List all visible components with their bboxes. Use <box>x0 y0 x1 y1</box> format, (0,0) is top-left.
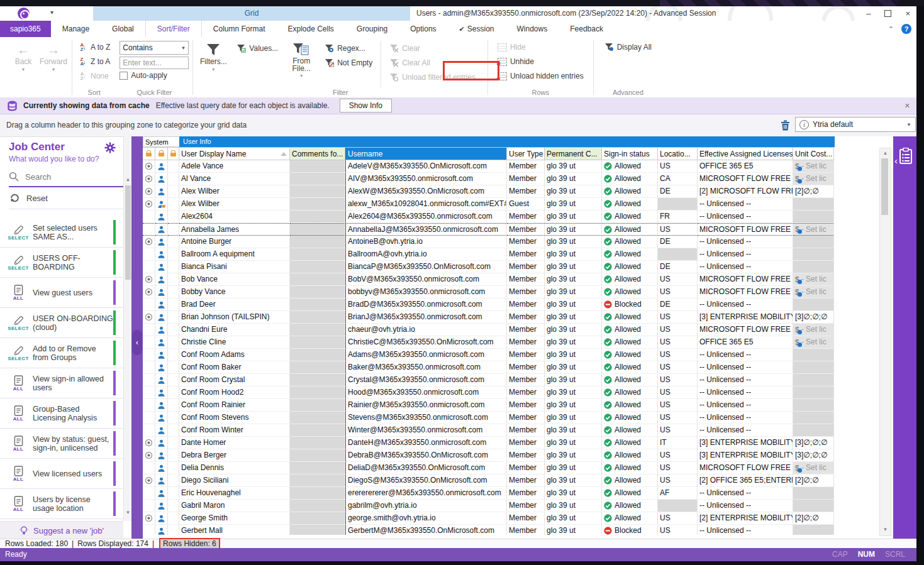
cell-unit-cost[interactable]: [2]∅;∅ <box>793 512 834 525</box>
cell-username[interactable]: BradD@M365x393550.onmicrosoft.com <box>345 299 507 311</box>
cell-location[interactable]: US <box>658 374 698 387</box>
expand-right-panel-handle[interactable]: ‹ <box>894 155 898 166</box>
table-row[interactable]: Conf Room Hood2Hood@M365x393550.onmicros… <box>143 387 835 399</box>
cell-display-name[interactable]: Conf Room Baker <box>179 361 290 374</box>
cell-location[interactable]: CA <box>658 173 698 185</box>
cell-location[interactable]: US <box>658 449 698 462</box>
cell-unit-cost[interactable] <box>793 211 834 223</box>
cell-user-type[interactable]: Member <box>507 525 545 535</box>
cell-display-name[interactable]: Christie Cline <box>179 336 290 349</box>
collapse-ribbon-icon[interactable]: ⌃ <box>888 25 894 33</box>
cell-comments[interactable] <box>290 185 345 198</box>
table-row[interactable]: Brian Johnson (TAILSPIN)BrianJ@M365x3935… <box>143 311 835 324</box>
cell-user-icon[interactable] <box>155 273 168 286</box>
cell-location[interactable]: US <box>658 525 698 535</box>
cell-comments[interactable] <box>290 324 345 336</box>
cell-licenses[interactable]: MICROSOFT FLOW FREE <box>698 223 793 236</box>
cell-system-extra[interactable] <box>168 349 179 361</box>
cell-permanent[interactable]: glo 39 ut <box>545 223 602 236</box>
cell-username[interactable]: BobV@M365x393550.onmicrosoft.com <box>345 273 507 286</box>
table-row[interactable]: Debra BergerDebraB@M365x393550.OnMicroso… <box>143 449 835 462</box>
cell-comments[interactable] <box>290 261 345 273</box>
cell-permanent[interactable]: glo 39 ut <box>545 399 602 412</box>
cell-comments[interactable] <box>290 399 345 412</box>
column-header-perm[interactable]: Permanent C... <box>545 147 602 160</box>
cell-user-type[interactable]: Member <box>507 160 545 173</box>
cell-unit-cost[interactable]: [3]∅;∅;∅ <box>793 311 834 324</box>
band-system[interactable]: System <box>143 136 179 147</box>
table-row[interactable]: Delia DennisDeliaD@M365x393550.OnMicroso… <box>143 462 835 474</box>
cell-unit-cost[interactable] <box>793 525 834 535</box>
table-row[interactable]: Christie ClineChristieC@M365x393550.OnMi… <box>143 336 835 349</box>
cell-licenses[interactable]: [3] ENTERPRISE MOBILITY + <box>698 449 793 462</box>
cell-user-type[interactable]: Member <box>507 273 545 286</box>
cell-user-icon[interactable] <box>155 236 168 248</box>
tab-sort-filter[interactable]: Sort/Filter <box>145 21 202 37</box>
cell-user-icon[interactable] <box>155 336 168 349</box>
cell-signin-status[interactable]: Allowed <box>602 185 658 198</box>
gear-icon[interactable] <box>104 142 116 153</box>
cell-comments[interactable] <box>290 336 345 349</box>
table-row[interactable]: Antoine BurgerAntoineB@ovh.ytria.ioMembe… <box>143 236 835 248</box>
cell-location[interactable]: FR <box>658 211 698 223</box>
cell-permanent[interactable]: glo 39 ut <box>545 299 602 311</box>
cell-username[interactable]: BiancaP@M365x393550.OnMicrosoft.com <box>345 261 507 273</box>
cell-comments[interactable] <box>290 211 345 223</box>
cell-system-extra[interactable] <box>168 412 179 424</box>
show-info-button[interactable]: Show Info <box>340 99 392 112</box>
cell-user-type[interactable]: Guest <box>507 198 545 211</box>
cell-display-name[interactable]: Bobby Vance <box>179 286 290 299</box>
cell-display-name[interactable]: Al Vance <box>179 173 290 185</box>
table-row[interactable]: Conf Room CrystalCrystal@M365x393550.onm… <box>143 374 835 387</box>
cell-query-date[interactable] <box>143 500 155 512</box>
cell-username[interactable]: DiegoS@M365x393550.OnMicrosoft.com <box>345 474 507 487</box>
cell-user-type[interactable]: Member <box>507 311 545 324</box>
cell-licenses[interactable]: -- Unlicensed -- <box>698 412 793 424</box>
cell-username[interactable]: Hood@M365x393550.onmicrosoft.com <box>345 387 507 399</box>
cell-user-type[interactable]: Member <box>507 286 545 299</box>
table-row[interactable]: Conf Room BakerBaker@M365x393550.onmicro… <box>143 361 835 374</box>
tab-windows[interactable]: Windows <box>506 21 559 37</box>
cell-licenses[interactable]: -- Unlicensed -- <box>698 211 793 223</box>
tab-manage[interactable]: Manage <box>51 21 101 37</box>
table-row[interactable]: George Smithgeorge.smith@ovh.ytria.ioMem… <box>143 512 835 525</box>
cell-user-icon[interactable] <box>155 512 168 525</box>
cell-user-icon[interactable] <box>155 324 168 336</box>
cell-display-name[interactable]: Conf Room Adams <box>179 349 290 361</box>
cell-location[interactable]: DE <box>658 236 698 248</box>
cell-system-extra[interactable] <box>168 500 179 512</box>
cell-user-type[interactable]: Member <box>507 236 545 248</box>
cell-signin-status[interactable]: Allowed <box>602 374 658 387</box>
cell-signin-status[interactable]: Allowed <box>602 399 658 412</box>
cell-user-icon[interactable] <box>155 349 168 361</box>
cell-display-name[interactable]: Alex Wilber <box>179 185 290 198</box>
cell-permanent[interactable]: glo 39 ut <box>545 525 602 535</box>
cell-comments[interactable] <box>290 273 345 286</box>
cell-user-type[interactable]: Member <box>507 173 545 185</box>
cell-signin-status[interactable]: Blocked <box>602 299 658 311</box>
column-header-name[interactable]: User Display Name <box>179 147 290 160</box>
cell-user-type[interactable]: Member <box>507 474 545 487</box>
collapse-sidebar-handle[interactable]: ‹ <box>132 330 142 355</box>
cell-permanent[interactable]: glo 39 ut <box>545 512 602 525</box>
cell-permanent[interactable]: glo 39 ut <box>545 324 602 336</box>
cell-comments[interactable] <box>290 474 345 487</box>
cell-user-icon[interactable] <box>155 286 168 299</box>
minimize-button[interactable]: – <box>866 6 871 21</box>
cell-licenses[interactable]: -- Unlicensed -- <box>698 387 793 399</box>
cell-permanent[interactable]: glo 39 ut <box>545 311 602 324</box>
cell-location[interactable] <box>658 198 698 211</box>
cell-query-date[interactable] <box>143 273 155 286</box>
cell-signin-status[interactable]: Allowed <box>602 437 658 449</box>
cell-username[interactable]: DanteH@M365x393550.onmicrosoft.com <box>345 437 507 449</box>
cell-username[interactable]: erererererer@M365x393550.onmicrosoft.com <box>345 487 507 500</box>
cell-user-type[interactable]: Member <box>507 299 545 311</box>
cell-comments[interactable] <box>290 525 345 535</box>
cell-query-date[interactable] <box>143 198 155 211</box>
table-row[interactable]: Chandni Eurechaeur@ovh.ytria.ioMemberglo… <box>143 324 835 336</box>
cell-display-name[interactable]: Conf Room Hood2 <box>179 387 290 399</box>
cell-permanent[interactable]: glo 39 ut <box>545 424 602 437</box>
clipboard-icon[interactable] <box>899 148 912 164</box>
cell-query-date[interactable] <box>143 361 155 374</box>
cell-licenses[interactable]: MICROSOFT FLOW FREE <box>698 173 793 185</box>
